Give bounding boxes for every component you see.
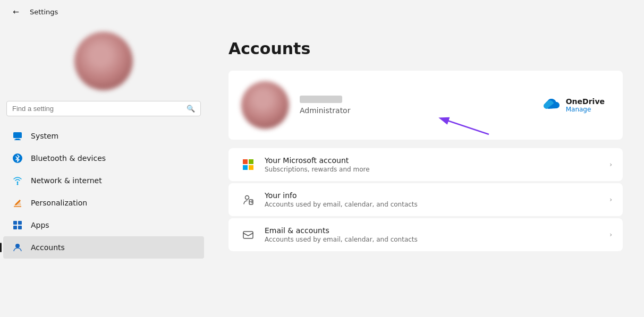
- nav-item-network[interactable]: Network & internet: [3, 169, 204, 192]
- page-title: Accounts: [228, 39, 623, 58]
- svg-rect-0: [13, 132, 22, 138]
- sidebar: 🔍 System Bluetooth & devices: [0, 23, 207, 317]
- system-icon: [12, 130, 23, 142]
- nav-label-bluetooth: Bluetooth & devices: [31, 154, 106, 162]
- chevron-icon-1: ›: [609, 196, 612, 203]
- email-accounts-title: Email & accounts: [265, 226, 609, 235]
- bluetooth-icon: [12, 152, 23, 164]
- personalization-icon: [12, 197, 23, 209]
- chevron-icon-2: ›: [609, 231, 612, 238]
- title-bar: ← Settings: [0, 0, 644, 23]
- onedrive-section: OneDrive Manage: [541, 97, 610, 113]
- apps-icon: [12, 219, 23, 231]
- your-info-title: Your info: [265, 191, 609, 200]
- your-info-icon: [239, 191, 257, 209]
- sidebar-avatar: [74, 32, 133, 90]
- nav-label-apps: Apps: [31, 221, 49, 229]
- network-icon: [12, 175, 23, 186]
- nav-item-accounts[interactable]: Accounts: [3, 236, 204, 259]
- sidebar-search[interactable]: 🔍: [6, 101, 201, 116]
- microsoft-account-subtitle: Subscriptions, rewards and more: [265, 166, 609, 173]
- nav-item-bluetooth[interactable]: Bluetooth & devices: [3, 147, 204, 169]
- active-indicator: [0, 243, 2, 252]
- nav-label-system: System: [31, 132, 58, 140]
- search-icon: 🔍: [187, 105, 195, 113]
- svg-rect-13: [243, 232, 253, 238]
- settings-item-email-accounts[interactable]: Email & accounts Accounts used by email,…: [228, 218, 623, 251]
- nav-label-accounts: Accounts: [31, 243, 65, 252]
- your-info-text: Your info Accounts used by email, calend…: [265, 191, 609, 208]
- microsoft-icon: [239, 156, 257, 174]
- nav-item-apps[interactable]: Apps: [3, 214, 204, 236]
- microsoft-account-title: Your Microsoft account: [265, 156, 609, 165]
- microsoft-account-text: Your Microsoft account Subscriptions, re…: [265, 156, 609, 173]
- onedrive-info: OneDrive Manage: [566, 97, 605, 113]
- settings-title: Settings: [30, 8, 58, 16]
- onedrive-icon: [541, 98, 561, 112]
- email-accounts-subtitle: Accounts used by email, calendar, and co…: [265, 236, 609, 243]
- profile-name-blurred: [300, 96, 342, 103]
- svg-point-5: [17, 182, 19, 183]
- svg-rect-6: [13, 221, 17, 225]
- back-button[interactable]: ←: [9, 4, 23, 19]
- main-layout: 🔍 System Bluetooth & devices: [0, 23, 644, 317]
- content-area: Accounts Administrator: [207, 23, 644, 317]
- arrow-annotation: [388, 87, 505, 140]
- search-input[interactable]: [12, 105, 182, 113]
- profile-avatar: [241, 81, 289, 129]
- svg-point-4: [17, 184, 19, 185]
- nav-label-personalization: Personalization: [31, 199, 87, 207]
- profile-info: Administrator: [300, 96, 350, 115]
- svg-point-11: [245, 196, 249, 200]
- profile-card: Administrator OneDrive Ma: [228, 71, 623, 140]
- email-icon: [239, 226, 257, 244]
- svg-rect-8: [13, 226, 17, 229]
- settings-item-your-info[interactable]: Your info Accounts used by email, calend…: [228, 183, 623, 216]
- onedrive-label: OneDrive: [566, 97, 605, 106]
- svg-rect-2: [14, 140, 21, 141]
- nav-label-network: Network & internet: [31, 176, 102, 185]
- settings-item-microsoft-account[interactable]: Your Microsoft account Subscriptions, re…: [228, 148, 623, 181]
- nav-item-system[interactable]: System: [3, 125, 204, 147]
- chevron-icon-0: ›: [609, 161, 612, 168]
- nav-item-personalization[interactable]: Personalization: [3, 192, 204, 214]
- svg-point-10: [15, 244, 20, 248]
- profile-role: Administrator: [300, 106, 350, 115]
- email-accounts-text: Email & accounts Accounts used by email,…: [265, 226, 609, 243]
- svg-rect-7: [18, 221, 22, 225]
- svg-rect-9: [18, 226, 22, 229]
- onedrive-manage[interactable]: Manage: [566, 106, 605, 113]
- your-info-subtitle: Accounts used by email, calendar, and co…: [265, 201, 609, 208]
- accounts-icon: [12, 242, 23, 253]
